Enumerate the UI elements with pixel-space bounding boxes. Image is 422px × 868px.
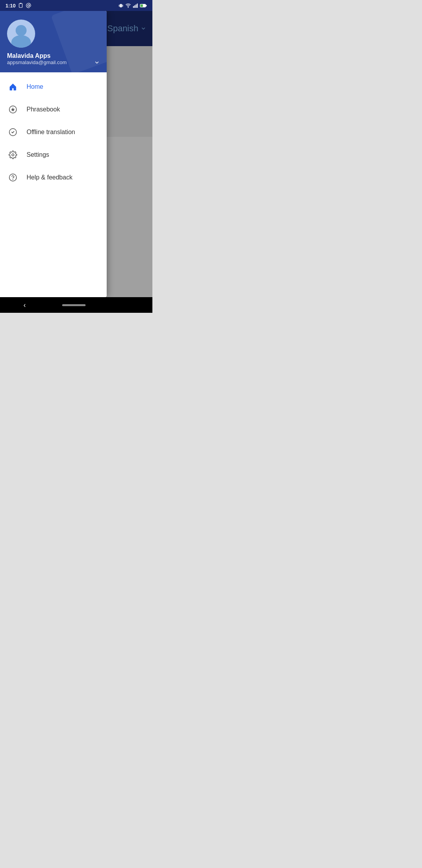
- svg-rect-11: [136, 4, 136, 8]
- battery-icon: [140, 3, 147, 8]
- svg-rect-3: [120, 4, 122, 7]
- drawer-overlay[interactable]: Malavida Apps appsmalavida@gmail.com Hom…: [0, 11, 152, 297]
- svg-point-21: [12, 154, 14, 156]
- sidebar-item-home[interactable]: Home: [0, 75, 107, 98]
- svg-rect-1: [20, 3, 21, 4]
- phrasebook-label: Phrasebook: [27, 106, 60, 113]
- check-circle-icon: [8, 128, 18, 136]
- clipboard-icon: [18, 3, 23, 8]
- help-feedback-label: Help & feedback: [27, 174, 72, 181]
- star-icon: [8, 105, 18, 114]
- svg-rect-0: [19, 4, 22, 8]
- svg-rect-6: [120, 4, 120, 7]
- settings-label: Settings: [27, 151, 49, 158]
- home-pill[interactable]: [62, 304, 86, 306]
- svg-point-22: [9, 174, 16, 181]
- back-button[interactable]: ‹: [23, 301, 26, 309]
- sidebar-item-help-feedback[interactable]: Help & feedback: [0, 166, 107, 189]
- avatar: [7, 20, 35, 48]
- navigation-drawer: Malavida Apps appsmalavida@gmail.com Hom…: [0, 11, 107, 297]
- wifi-icon: [125, 3, 131, 8]
- svg-point-8: [128, 7, 128, 7]
- time-display: 1:10: [5, 3, 16, 9]
- svg-rect-7: [122, 4, 122, 7]
- bottom-navigation-bar: ‹: [0, 297, 152, 313]
- svg-rect-12: [137, 4, 138, 8]
- at-icon: [26, 3, 31, 8]
- status-bar: 1:10: [0, 0, 152, 11]
- svg-rect-15: [140, 4, 143, 7]
- sidebar-item-offline-translation[interactable]: Offline translation: [0, 121, 107, 143]
- sidebar-item-phrasebook[interactable]: Phrasebook: [0, 98, 107, 121]
- drawer-header: Malavida Apps appsmalavida@gmail.com: [0, 11, 107, 72]
- settings-icon: [8, 151, 18, 159]
- home-label: Home: [27, 83, 43, 90]
- svg-rect-9: [133, 6, 134, 7]
- svg-rect-14: [146, 5, 147, 6]
- svg-rect-10: [134, 5, 135, 8]
- vibrate-icon: [118, 3, 123, 8]
- sidebar-item-settings[interactable]: Settings: [0, 143, 107, 166]
- offline-translation-label: Offline translation: [27, 129, 75, 136]
- home-icon: [8, 82, 18, 91]
- status-left: 1:10: [5, 3, 31, 9]
- signal-icon: [133, 3, 138, 8]
- drawer-menu: Home Phrasebook: [0, 72, 107, 297]
- svg-rect-5: [123, 5, 123, 6]
- status-right: [118, 3, 147, 8]
- svg-point-2: [28, 5, 30, 7]
- help-icon: [8, 173, 18, 182]
- svg-rect-4: [119, 5, 119, 6]
